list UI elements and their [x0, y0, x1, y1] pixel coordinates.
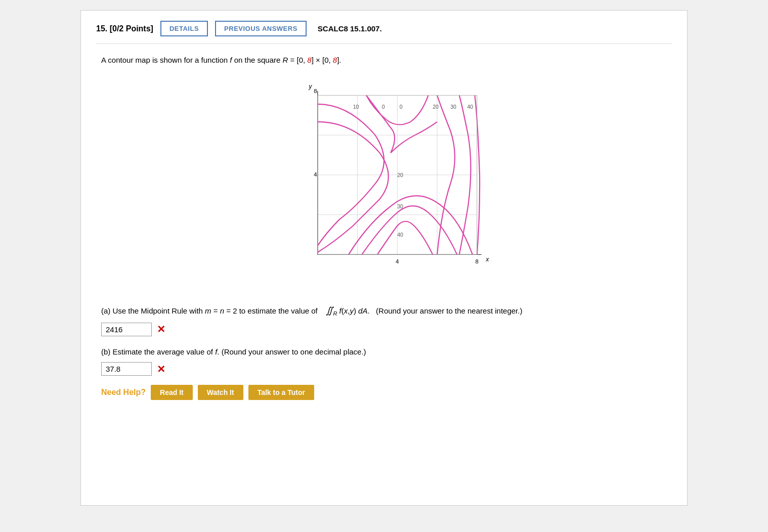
question-number: 15. [0/2 Points] — [96, 24, 153, 33]
desc-part5: ]. — [337, 56, 341, 64]
svg-text:40: 40 — [467, 104, 474, 110]
page-container: 15. [0/2 Points] DETAILS PREVIOUS ANSWER… — [80, 10, 688, 506]
previous-answers-button[interactable]: PREVIOUS ANSWERS — [215, 21, 307, 36]
talk-to-tutor-button[interactable]: Talk to a Tutor — [248, 385, 314, 400]
part-b-input[interactable] — [101, 362, 152, 376]
part-b-answer-row: ✕ — [101, 362, 667, 376]
svg-text:8: 8 — [476, 258, 479, 264]
details-button[interactable]: DETAILS — [160, 21, 208, 36]
svg-text:30: 30 — [450, 104, 456, 110]
svg-text:0: 0 — [382, 104, 385, 110]
svg-text:8: 8 — [314, 88, 317, 94]
desc-part1: A contour map is shown for a function — [101, 56, 230, 64]
problem-description: A contour map is shown for a function f … — [101, 54, 667, 66]
part-a-label: (a) Use the Midpoint Rule with m = n = 2… — [101, 303, 667, 319]
svg-text:y: y — [308, 83, 312, 90]
part-b-text: (b) Estimate the average value of f. (Ro… — [101, 347, 366, 356]
part-a-wrong-mark: ✕ — [157, 323, 165, 335]
eight-red-2: 8 — [333, 56, 337, 64]
desc-part4: ] × [0, — [312, 56, 333, 64]
graph-container: y x 8 4 4 8 — [101, 75, 667, 288]
part-b-label: (b) Estimate the average value of f. (Ro… — [101, 345, 667, 359]
read-it-button[interactable]: Read It — [151, 385, 193, 400]
svg-text:10: 10 — [353, 104, 359, 110]
desc-part3: = [0, — [288, 56, 307, 64]
svg-text:0: 0 — [400, 104, 403, 110]
part-a-answer-row: ✕ — [101, 323, 667, 336]
svg-text:40: 40 — [397, 232, 403, 238]
svg-text:20: 20 — [433, 104, 439, 110]
need-help-row: Need Help? Read It Watch It Talk to a Tu… — [101, 385, 667, 400]
R-variable: R — [283, 56, 288, 64]
svg-text:4: 4 — [396, 258, 399, 264]
desc-part2: on the square — [232, 56, 282, 64]
header-row: 15. [0/2 Points] DETAILS PREVIOUS ANSWER… — [96, 21, 672, 44]
part-b-wrong-mark: ✕ — [157, 363, 165, 375]
svg-text:x: x — [485, 256, 489, 263]
contour-graph: y x 8 4 4 8 — [278, 75, 490, 288]
part-a-text: (a) Use the Midpoint Rule with m = n = 2… — [101, 306, 522, 315]
svg-text:30: 30 — [397, 203, 403, 209]
problem-code: SCALC8 15.1.007. — [318, 24, 382, 33]
need-help-label: Need Help? — [101, 388, 146, 397]
part-a-input[interactable] — [101, 323, 152, 336]
content-area: A contour map is shown for a function f … — [96, 54, 672, 400]
svg-text:20: 20 — [397, 172, 403, 178]
svg-text:4: 4 — [314, 171, 317, 178]
watch-it-button[interactable]: Watch It — [198, 385, 243, 400]
eight-red-1: 8 — [307, 56, 311, 64]
